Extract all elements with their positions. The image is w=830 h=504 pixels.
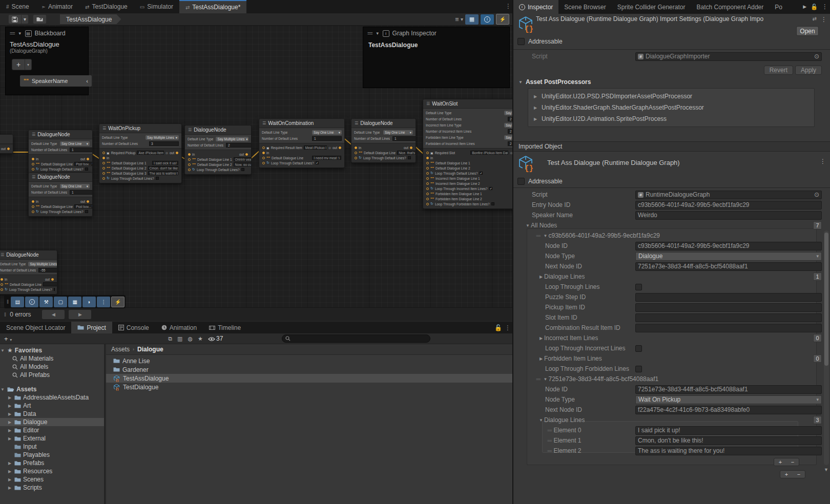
port-dot-icon[interactable] (426, 182, 429, 185)
foldout-arrow-icon[interactable]: ▶ (538, 336, 544, 341)
expand-arrow-icon[interactable]: ▶ (7, 412, 12, 416)
tab-simulator[interactable]: ▭Simulator (134, 0, 179, 13)
value-field[interactable]: #RuntimeDialogueGraph⊙ (635, 191, 822, 199)
foldout-arrow-icon[interactable]: ▼ (543, 234, 549, 238)
out-dot-icon[interactable] (339, 146, 341, 149)
port-dot-icon[interactable] (32, 158, 34, 160)
expand-arrow-icon[interactable]: ▶ (7, 477, 12, 482)
port-dot-icon[interactable] (32, 211, 34, 213)
row-checkbox[interactable] (635, 366, 642, 372)
port-dot-icon[interactable] (426, 203, 429, 205)
postprocessor-row[interactable]: ▶UnityEditor.U2D.Animation.SpritePostPro… (528, 113, 814, 124)
tree-item-addressableassetsdata[interactable]: ▶AddressableAssetsData (0, 393, 104, 402)
value-field[interactable] (635, 313, 822, 322)
blackboard-variable-speakername[interactable]: ”” SpeakerName ‹ (20, 75, 92, 87)
node-header[interactable]: ☰WaitOnCombination (259, 119, 344, 128)
foldout-arrow-icon[interactable]: ▼ (538, 418, 544, 423)
add-all-nodes-button[interactable]: + (780, 471, 793, 478)
foldout-arrow-icon[interactable]: ▼ (543, 377, 549, 382)
prop-dropdown[interactable]: Say Multiple Lines▾ (146, 135, 179, 140)
object-picker-icon[interactable]: ⊙ (814, 191, 819, 198)
port-value-field[interactable]: Cmon, don't be like this! (148, 166, 178, 170)
tab-scene-object-locator[interactable]: Scene Object Locator (0, 322, 71, 333)
open-button[interactable]: Open (796, 26, 819, 36)
remove-all-nodes-button[interactable]: − (793, 471, 805, 478)
presets-icon[interactable]: ⇄ (813, 16, 817, 23)
prop-number-field[interactable]: 1 (70, 190, 93, 195)
expand-variable-icon[interactable]: ‹ (86, 78, 88, 84)
prop-dropdown[interactable]: Say Multiple Lines▾ (504, 135, 512, 140)
port-dot-icon[interactable] (32, 205, 34, 208)
graph-inspector-panel[interactable]: ==▼iGraph Inspector TestAssDialogue (363, 27, 510, 88)
port-dot-icon[interactable] (262, 157, 265, 159)
remove-dialogue-lines-button[interactable]: − (786, 458, 799, 466)
expand-arrow-icon[interactable]: ▶ (7, 486, 12, 490)
inspector-tab-scene-browser[interactable]: Scene Browser (558, 0, 611, 14)
bottom-pane-kebab-icon[interactable]: ⋮ (505, 324, 511, 331)
tab-console[interactable]: Console (112, 322, 155, 333)
value-field[interactable] (635, 303, 822, 312)
capture-button[interactable]: ⚡ (496, 14, 509, 25)
prop-dropdown[interactable]: Say Multiple Lines▾ (28, 262, 57, 266)
port-dot-icon[interactable] (426, 157, 429, 159)
addressable-checkbox[interactable] (517, 38, 525, 45)
prop-number-field[interactable]: 1 (312, 136, 342, 141)
foldout-arrow-icon[interactable]: ▼ (0, 348, 5, 353)
alert-icon[interactable]: ◍ (188, 335, 193, 342)
tree-item-all-prefabs[interactable]: All Prefabs (0, 371, 104, 379)
graph-node-dialogue-node-4[interactable]: ☰DialogueNodeDefault Line TypeSay One Li… (351, 118, 416, 163)
tab-scene[interactable]: #Scene (0, 0, 35, 13)
out-dot-icon[interactable] (245, 153, 248, 156)
tab-testassdialogue[interactable]: ⇄TestAssDialogue* (179, 0, 246, 13)
expand-arrow-icon[interactable]: ▶ (7, 404, 12, 408)
out-dot-icon[interactable] (51, 278, 54, 281)
port-checkbox[interactable] (491, 202, 494, 205)
port-dot-icon[interactable] (188, 153, 191, 156)
expand-arrow-icon[interactable]: ▶ (7, 469, 12, 474)
layout-menu-button[interactable]: ≣ ▾ (455, 16, 463, 22)
window-button[interactable]: ▢ (54, 297, 67, 307)
package-filter-icon[interactable]: ▥ (177, 335, 182, 342)
port-dot-icon[interactable] (102, 172, 105, 175)
value-field[interactable]: Weirdo (635, 211, 822, 220)
show-in-project-button[interactable] (33, 14, 47, 24)
port-dot-icon[interactable] (102, 152, 105, 154)
graph-canvas[interactable]: ==▼▤Blackboard TestAssDialogue (Dialogue… (0, 26, 512, 307)
port-dot-icon[interactable] (102, 157, 105, 159)
port-dot-icon[interactable] (355, 146, 357, 149)
port-dot-icon[interactable] (426, 167, 429, 170)
tab-animation[interactable]: Animation (155, 322, 203, 333)
drag-handle-icon[interactable]: == (547, 448, 552, 453)
port-dot-icon[interactable] (355, 157, 357, 159)
inspector-tab-inspector[interactable]: iInspector (513, 0, 558, 14)
expand-arrow-icon[interactable]: ▶ (7, 461, 12, 466)
drag-handle-icon[interactable]: == (547, 438, 552, 443)
port-value-field[interactable]: Bonfire (Pickup Item Data) (470, 151, 508, 155)
inspector-tab-sprite-collider-generator[interactable]: Sprite Collider Generator (612, 0, 691, 14)
type-dropdown[interactable]: Wait On Pickup▾ (635, 395, 822, 404)
graph-inspector-toggle-button[interactable]: i (481, 14, 494, 25)
out-dot-icon[interactable] (87, 158, 89, 160)
port-dot-icon[interactable] (32, 200, 34, 203)
tab-project[interactable]: Project (71, 322, 112, 333)
blackboard-panel[interactable]: ==▼▤Blackboard TestAssDialogue (Dialogue… (5, 27, 89, 95)
node-header[interactable]: ☰WaitOnPickup (99, 124, 181, 133)
tree-assets-root[interactable]: ▼Assets (0, 385, 104, 393)
tree-item-data[interactable]: ▶Data (0, 410, 104, 418)
errors-drag-handle[interactable]: ‖ (4, 312, 6, 318)
drag-handle-icon[interactable]: == (547, 428, 552, 433)
port-value-field[interactable]: Now, go cut... (234, 162, 252, 166)
port-value-field[interactable]: I said pick it up! (152, 161, 178, 165)
lock-icon[interactable]: 🔓 (811, 4, 818, 10)
port-dot-icon[interactable] (426, 172, 429, 175)
port-value-field[interactable]: I need my meat :) (312, 156, 341, 160)
collapse-arrow-icon[interactable]: ▼ (18, 31, 22, 36)
file-row-gardener[interactable]: Gardener (106, 365, 512, 374)
file-row-anne-lise[interactable]: Anne Lise (106, 356, 512, 365)
tree-item-resources[interactable]: ▶Resources (0, 467, 104, 475)
tab-testdialogue[interactable]: ⇄TestDialogue (79, 0, 134, 13)
tab-scroll-arrow-icon[interactable]: ▶ (803, 4, 806, 9)
value-field[interactable]: 7251e73e-38d3-44ff-a8c5-bcf54088aaf1 (635, 385, 822, 394)
expand-arrow-icon[interactable]: ▶ (7, 420, 12, 425)
prop-number-field[interactable]: 1 (392, 136, 416, 141)
